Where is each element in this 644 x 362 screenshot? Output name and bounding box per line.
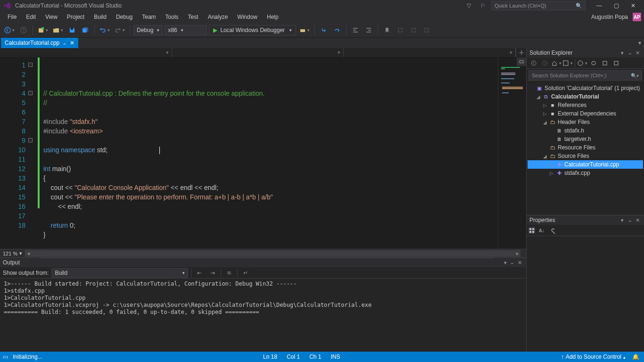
maximize-button[interactable]: ▢ [608,1,624,10]
output-close-icon[interactable]: ✕ [516,260,523,266]
se-sync-icon[interactable] [588,58,599,68]
tree-node[interactable]: ◢🗀Source Files [528,152,643,160]
indent-less-button[interactable] [350,25,361,36]
process-button[interactable] [298,25,311,36]
tree-node[interactable]: ◢⧉CalculatorTutorial [528,92,643,101]
props-close-icon[interactable]: ✕ [634,217,641,223]
feedback-icon[interactable]: ⚐ [477,1,488,10]
scroll-left-icon[interactable]: ◂ [25,250,32,257]
se-collapse-all-icon[interactable] [600,58,610,68]
tree-node[interactable]: 🗎stdafx.h [528,126,643,135]
status-notifications-icon[interactable]: 🔔 [630,354,641,360]
tree-node[interactable]: 🗎targetver.h [528,135,643,143]
split-editor-icon[interactable]: ✛ [516,48,526,57]
code-area[interactable]: // CalculatorTutorial.cpp : Defines the … [38,58,498,249]
output-find-next-icon[interactable]: ⇥ [207,268,218,278]
panel-pin-icon[interactable]: ⫠ [626,50,634,56]
menu-test[interactable]: Test [183,12,203,22]
clear-bookmarks-button[interactable] [421,25,432,36]
close-tab-icon[interactable]: ✕ [70,40,74,46]
menu-view[interactable]: View [41,12,62,22]
props-categorized-icon[interactable] [528,227,535,234]
redo-button[interactable] [113,25,126,36]
back-button[interactable] [3,25,16,36]
menu-team[interactable]: Team [137,12,160,22]
se-pending-changes-icon[interactable] [577,58,587,68]
quick-launch-input[interactable]: Quick Launch (Ctrl+Q) 🔍 [491,1,586,10]
props-dropdown-icon[interactable]: ▾ [619,217,626,223]
nav-scope[interactable]: ▾ [0,48,172,57]
menu-debug[interactable]: Debug [111,12,137,22]
panel-dropdown-icon[interactable]: ▾ [619,50,626,56]
split-handle-icon[interactable] [517,58,526,66]
output-dropdown-icon[interactable]: ▾ [503,260,508,266]
close-window-button[interactable]: ✕ [625,1,641,10]
configuration-dropdown[interactable]: Debug▾ [133,25,163,35]
undo-button[interactable] [98,25,111,36]
menu-analyze[interactable]: Analyze [203,12,233,22]
props-wrench-icon[interactable] [550,227,557,234]
props-alpha-icon[interactable]: A↓ [538,227,545,234]
svg-rect-17 [529,231,531,233]
tree-node[interactable]: ▷✚CalculatorTutorial.cpp [528,160,643,169]
zoom-level[interactable]: 121 % [3,251,17,256]
output-text[interactable]: 1>------ Build started: Project: Calcula… [0,279,526,352]
menu-file[interactable]: File [3,12,21,22]
prev-bookmark-button[interactable] [395,25,406,36]
output-pin-icon[interactable]: ⫠ [508,260,516,265]
nav-type[interactable]: ▾ [172,48,344,57]
props-pin-icon[interactable]: ⫠ [626,217,634,223]
start-debugging-button[interactable]: ▶Local Windows Debugger▾ [209,25,296,35]
source-control-button[interactable]: ↑Add to Source Control▴ [556,354,630,360]
step-over-button[interactable] [331,25,343,36]
tree-node[interactable]: ◢🗀Header Files [528,118,643,126]
tab-overflow-button[interactable]: ▾ [636,38,644,48]
save-button[interactable] [66,25,78,36]
menu-help[interactable]: Help [262,12,283,22]
horizontal-scrollbar[interactable]: ◂ ▸ [25,250,520,257]
se-show-all-icon[interactable] [611,58,621,68]
step-into-button[interactable] [318,25,330,36]
output-wrap-icon[interactable]: ↵ [240,268,251,278]
output-clear-icon[interactable]: ≋ [224,268,234,278]
menu-tools[interactable]: Tools [161,12,183,22]
menu-window[interactable]: Window [232,12,262,22]
minimize-button[interactable]: — [591,1,607,10]
output-find-prev-icon[interactable]: ⇤ [194,268,205,278]
menu-project[interactable]: Project [62,12,89,22]
se-switch-views-icon[interactable] [562,58,573,68]
output-source-dropdown[interactable]: Build▾ [51,268,188,278]
solution-search-input[interactable]: Search Solution Explorer (Ctrl+;) 🔍▾ [528,70,642,81]
tree-node[interactable]: ▷■External Dependencies [528,109,643,118]
menu-edit[interactable]: Edit [21,12,41,22]
minimap[interactable] [498,58,526,249]
code-editor[interactable]: −−− 123456789101112131415161718 // Calcu… [0,58,526,249]
line-gutter: −−− 123456789101112131415161718 [0,58,38,249]
tree-node[interactable]: 🗀Resource Files [528,143,643,152]
pin-tab-icon[interactable]: ⫠ [62,41,67,46]
indent-more-button[interactable] [363,25,374,36]
file-tab[interactable]: CalculatorTutorial.cpp ⫠ ✕ [1,38,78,48]
save-all-button[interactable] [80,25,91,36]
menu-build[interactable]: Build [89,12,111,22]
notification-icon[interactable]: ▽ [463,1,474,10]
next-bookmark-button[interactable] [408,25,419,36]
open-file-button[interactable] [51,25,65,36]
se-home-icon[interactable] [551,58,561,68]
new-project-button[interactable] [36,25,50,36]
scroll-right-icon[interactable]: ▸ [514,250,520,257]
user-avatar[interactable]: AP [633,13,641,21]
se-forward-icon[interactable] [540,58,550,68]
bookmark-button[interactable] [381,25,393,36]
platform-dropdown[interactable]: x86▾ [165,25,207,35]
tree-node[interactable]: ▣Solution 'CalculatorTutorial' (1 projec… [528,84,643,92]
nav-member[interactable]: ▾ [344,48,516,57]
se-back-icon[interactable] [528,58,539,68]
forward-button[interactable] [18,25,29,36]
tree-node[interactable]: ▷✚stdafx.cpp [528,169,643,177]
tree-node[interactable]: ▷■References [528,101,643,109]
panel-close-icon[interactable]: ✕ [634,50,641,56]
user-name[interactable]: Augustin Popa [588,12,631,22]
solution-tree[interactable]: ▣Solution 'CalculatorTutorial' (1 projec… [527,82,644,215]
zoom-dropdown-icon[interactable]: ▾ [19,250,22,256]
